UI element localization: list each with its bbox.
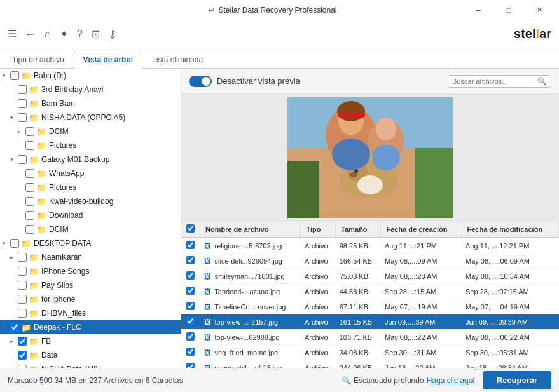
minimize-button[interactable]: ─ <box>464 0 493 20</box>
title-bar-controls: ─ □ ✕ <box>464 0 554 20</box>
tab-tree-view[interactable]: Vista de árbol <box>74 51 142 69</box>
tree-item-nisha-mi[interactable]: 📁 NISHA Data (MI) <box>0 362 181 368</box>
tree-check-kwai[interactable] <box>25 197 34 206</box>
scan-link[interactable]: Haga clic aquí <box>427 376 475 385</box>
tree-check-fb[interactable] <box>18 337 27 346</box>
tree-item-dhbvn[interactable]: 📁 DHBVN_files <box>0 306 181 320</box>
tree-label: Pictures <box>49 141 76 150</box>
table-row[interactable]: 🖼 religious-...5-8702.jpg Archivo 98.25 … <box>181 238 559 253</box>
tree-check-deepak[interactable] <box>10 323 19 332</box>
sidebar-tree[interactable]: ▾ 📁 Baba (D:) 📁 3rd Birthday Anavi 📁 Bam… <box>0 69 181 368</box>
tree-item-fb[interactable]: ▸ 📁 FB <box>0 334 181 348</box>
tree-item-galaxy-m01[interactable]: ▾ 📁 Galaxy M01 Backup <box>0 152 181 166</box>
tab-file-type[interactable]: Tipo de archivo <box>3 51 74 68</box>
tree-item-deepak-flc[interactable]: ▾ 📁 Deepak - FLC <box>0 320 181 334</box>
tab-deleted-list[interactable]: Lista eliminada <box>142 51 212 68</box>
key-icon[interactable]: ⚷ <box>109 28 116 40</box>
home-icon[interactable]: ⌂ <box>45 29 51 40</box>
tree-check-data[interactable] <box>18 351 27 360</box>
help-icon[interactable]: ? <box>77 29 83 40</box>
table-row[interactable]: 🖼 TimelineCo...-cover.jpg Archivo 67.11 … <box>181 299 559 314</box>
tree-check-dcim2[interactable] <box>25 225 34 234</box>
select-all-check[interactable] <box>186 224 195 233</box>
tree-check-pay[interactable] <box>18 281 27 290</box>
tree-check-baba-d[interactable] <box>10 71 19 80</box>
tree-item-naamkaran[interactable]: ▸ 📁 NaamKaran <box>0 250 181 264</box>
file-table-container[interactable]: Nombre de archivo Tipo Tamaño Fecha de c… <box>181 221 559 368</box>
tree-item-nisha-data[interactable]: ▾ 📁 NISHA DATA (OPPO A5) <box>0 111 181 125</box>
row-checkbox[interactable] <box>186 348 195 356</box>
tree-check-for-iphone[interactable] <box>18 295 27 304</box>
tree-item-pictures-1[interactable]: 📁 Pictures <box>0 139 181 152</box>
search-input[interactable] <box>452 78 535 85</box>
tree-check-galaxy[interactable] <box>18 155 27 164</box>
table-row[interactable]: 🖼 top-view-...-2157.jpg Archivo 161.15 K… <box>181 314 559 330</box>
tree-check-dhbvn[interactable] <box>18 309 27 318</box>
tree-item-bam-bam[interactable]: 📁 Bam Bam <box>0 97 181 111</box>
folder-icon: 📁 <box>29 281 39 290</box>
tree-item-pay-slips[interactable]: 📁 Pay Slips <box>0 278 181 292</box>
row-checkbox[interactable] <box>186 287 195 295</box>
tree-item-3rd-birthday[interactable]: 📁 3rd Birthday Anavi <box>0 83 181 97</box>
tree-check-iphone-songs[interactable] <box>18 267 27 276</box>
tree-check-naam[interactable] <box>18 253 27 262</box>
close-button[interactable]: ✕ <box>525 0 554 20</box>
row-checkbox[interactable] <box>186 363 195 368</box>
row-checkbox[interactable] <box>186 271 195 280</box>
table-row[interactable]: 🖼 veg_fried_momo.jpg Archivo 34.08 KB Se… <box>181 345 559 360</box>
tree-check-pic2[interactable] <box>25 183 34 192</box>
row-checkbox[interactable] <box>186 332 195 341</box>
row-created: Sep 28,...:15 AM <box>385 288 436 295</box>
preview-toggle[interactable] <box>189 76 212 87</box>
row-type: Archivo <box>305 242 328 250</box>
table-row[interactable]: 🖼 vegan-chil...-of-13.jpg Archivo 244.06… <box>181 360 559 368</box>
tree-check-dcim1[interactable] <box>25 127 34 136</box>
tree-check-bam[interactable] <box>18 99 27 108</box>
tree-item-kwai[interactable]: 📁 Kwai-video-bulldog <box>0 194 181 208</box>
tree-item-desktop-data[interactable]: ▾ 📁 DESKTOP DATA <box>0 236 181 250</box>
file-icon: 🖼 <box>204 364 211 368</box>
tree-check-pic1[interactable] <box>25 141 34 150</box>
tree-check-nisha-mi[interactable] <box>18 365 27 368</box>
tree-item-for-iphone[interactable]: 📁 for iphone <box>0 292 181 306</box>
tree-item-download[interactable]: 📁 Download <box>0 208 181 222</box>
tree-item-dcim-1[interactable]: ▸ 📁 DCIM <box>0 125 181 139</box>
table-row[interactable]: 🖼 smileyman...71801.jpg Archivo 75.03 KB… <box>181 269 559 284</box>
row-size: 103.71 KB <box>340 334 372 341</box>
table-row[interactable]: 🖼 top-view-...62988.jpg Archivo 103.71 K… <box>181 330 559 345</box>
tree-item-dcim-2[interactable]: 📁 DCIM <box>0 222 181 236</box>
folder-icon: 📁 <box>36 225 46 234</box>
tree-check-whatsapp[interactable] <box>25 169 34 178</box>
recover-button[interactable]: Recuperar <box>483 371 551 389</box>
tree-check-desktop[interactable] <box>10 239 19 248</box>
tree-check-3rd[interactable] <box>18 85 27 94</box>
row-size-cell: 44.88 KB <box>336 284 381 299</box>
search-box[interactable]: 🔍 <box>448 75 551 88</box>
tree-check-nisha[interactable] <box>18 113 27 122</box>
row-checkbox[interactable] <box>186 256 195 264</box>
row-checkbox[interactable] <box>186 241 195 249</box>
row-modified-cell: May 08, ...:10:34 AM <box>462 269 558 284</box>
tree-check-download[interactable] <box>25 211 34 220</box>
cart-icon[interactable]: ⊡ <box>92 28 100 40</box>
tree-item-pictures-2[interactable]: 📁 Pictures <box>0 180 181 194</box>
row-modified: May 07, ...:04:19 AM <box>466 303 530 311</box>
tree-label: Deepak - FLC <box>34 323 81 332</box>
hamburger-icon[interactable]: ☰ <box>8 28 17 40</box>
row-name-cell: 🖼 veg_fried_momo.jpg <box>200 345 301 360</box>
row-checkbox[interactable] <box>186 317 195 325</box>
recover-icon[interactable]: ✦ <box>60 28 68 40</box>
toolbar-left: ☰ ← ⌂ ✦ ? ⊡ ⚷ <box>8 28 116 40</box>
file-icon: 🖼 <box>204 334 211 341</box>
tree-item-whatsapp[interactable]: 📁 WhatsApp <box>0 166 181 180</box>
row-size: 67.11 KB <box>340 303 368 311</box>
tree-item-data[interactable]: 📁 Data <box>0 348 181 362</box>
back-icon[interactable]: ← <box>25 29 36 40</box>
tree-item-baba-d[interactable]: ▾ 📁 Baba (D:) <box>0 69 181 83</box>
folder-icon: 📁 <box>21 323 31 332</box>
row-checkbox[interactable] <box>186 302 195 310</box>
tree-item-iphone-songs[interactable]: 📁 IPhone Songs <box>0 264 181 278</box>
table-row[interactable]: 🖼 Tandoori-...azana.jpg Archivo 44.88 KB… <box>181 284 559 299</box>
table-row[interactable]: 🖼 slice-deli...926094.jpg Archivo 166.54… <box>181 253 559 269</box>
maximize-button[interactable]: □ <box>494 0 523 20</box>
